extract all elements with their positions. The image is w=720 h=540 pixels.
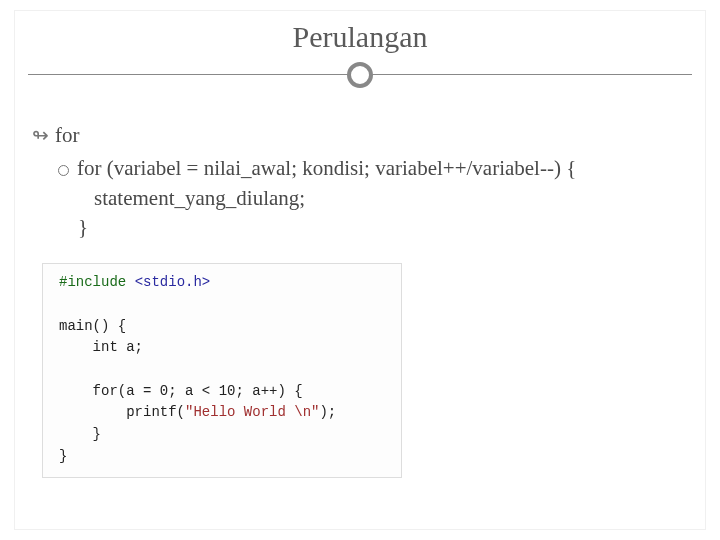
code-l9: } (59, 448, 67, 464)
bullet2-line2: statement_yang_diulang; (94, 185, 692, 212)
swirl-bullet-icon: ↬ (32, 122, 49, 148)
title-bar: Perulangan (28, 18, 692, 90)
code-l7a: printf( (59, 404, 185, 420)
bullet-level1: ↬ for (32, 122, 692, 149)
code-l7c: ); (319, 404, 336, 420)
code-snippet: #include <stdio.h> main() { int a; for(a… (42, 263, 402, 478)
code-l1-header: <stdio.h> (135, 274, 211, 290)
slide: Perulangan ↬ for for (variabel = nilai_a… (0, 0, 720, 540)
bullet2-text: for (variabel = nilai_awal; kondisi; var… (77, 155, 576, 182)
code-l6: for(a = 0; a < 10; a++) { (59, 383, 303, 399)
slide-title: Perulangan (28, 18, 692, 54)
bullet2-line3: } (78, 214, 692, 241)
bullet1-text: for (55, 122, 80, 149)
code-l7-string: "Hello World \n" (185, 404, 319, 420)
code-l1-directive: #include (59, 274, 135, 290)
circle-bullet-icon (58, 165, 69, 176)
code-l4: int a; (59, 339, 143, 355)
content-area: ↬ for for (variabel = nilai_awal; kondis… (28, 90, 692, 478)
code-l8: } (59, 426, 101, 442)
bullet-level2: for (variabel = nilai_awal; kondisi; var… (58, 155, 692, 182)
code-l3: main() { (59, 318, 126, 334)
title-divider-circle-icon (347, 62, 373, 88)
